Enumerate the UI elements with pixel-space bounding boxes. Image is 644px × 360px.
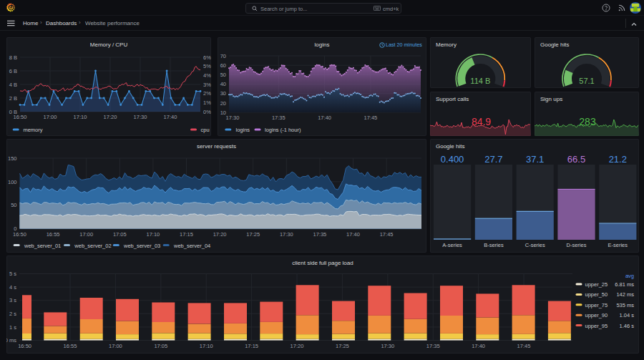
svg-text:17:10: 17:10 [74, 114, 87, 120]
svg-text:upper_25: upper_25 [585, 281, 608, 288]
svg-text:283: 283 [579, 116, 596, 127]
svg-text:17:35: 17:35 [426, 343, 440, 349]
svg-text:17:25: 17:25 [336, 343, 349, 349]
svg-text:0%: 0% [203, 109, 211, 115]
svg-text:17:00: 17:00 [109, 343, 122, 349]
svg-text:17:00: 17:00 [79, 231, 93, 238]
svg-text:66.5: 66.5 [567, 154, 585, 165]
svg-text:web_server_02: web_server_02 [74, 243, 111, 249]
svg-text:5%: 5% [203, 63, 211, 69]
svg-text:17:45: 17:45 [364, 115, 378, 121]
svg-text:60: 60 [220, 62, 226, 69]
svg-text:web_server_01: web_server_01 [24, 243, 61, 249]
svg-text:100: 100 [8, 179, 17, 185]
svg-text:17:20: 17:20 [213, 231, 227, 238]
svg-text:2 s: 2 s [9, 311, 16, 317]
svg-text:17:15: 17:15 [245, 343, 258, 349]
svg-text:6.81 ms: 6.81 ms [615, 281, 634, 288]
svg-text:17:20: 17:20 [104, 114, 117, 120]
svg-text:17:05: 17:05 [154, 343, 167, 349]
svg-text:17:30: 17:30 [226, 115, 240, 121]
svg-text:C-series: C-series [525, 242, 545, 248]
svg-text:17:40: 17:40 [346, 231, 360, 238]
svg-text:84.9: 84.9 [472, 116, 491, 127]
svg-text:37.1: 37.1 [526, 154, 544, 165]
svg-text:upper_50: upper_50 [585, 291, 608, 298]
svg-text:17:35: 17:35 [313, 231, 327, 238]
svg-text:web_server_04: web_server_04 [173, 243, 210, 249]
svg-text:6 B: 6 B [9, 68, 17, 74]
svg-text:E-series: E-series [608, 242, 628, 248]
svg-text:3%: 3% [203, 82, 211, 88]
svg-text:5 s: 5 s [9, 271, 16, 277]
svg-text:17:25: 17:25 [246, 231, 260, 238]
svg-text:4 B: 4 B [9, 82, 17, 88]
svg-text:17:00: 17:00 [44, 114, 57, 120]
svg-text:4 s: 4 s [9, 284, 16, 291]
svg-text:16:55: 16:55 [64, 343, 77, 349]
svg-text:50: 50 [220, 72, 226, 78]
svg-text:40: 40 [220, 81, 226, 87]
svg-text:0.400: 0.400 [441, 154, 464, 165]
svg-text:17:40: 17:40 [472, 343, 485, 349]
svg-text:150: 150 [8, 155, 17, 162]
svg-text:2%: 2% [203, 90, 211, 97]
svg-text:17:35: 17:35 [272, 115, 286, 121]
svg-text:avg: avg [625, 273, 634, 279]
svg-text:16:55: 16:55 [47, 231, 60, 238]
svg-text:17:30: 17:30 [280, 231, 293, 238]
svg-text:1%: 1% [203, 99, 211, 106]
svg-text:cpu: cpu [201, 127, 210, 133]
svg-text:memory: memory [23, 127, 42, 133]
svg-text:17:15: 17:15 [180, 231, 193, 238]
svg-text:142 ms: 142 ms [616, 291, 634, 298]
svg-text:114 B: 114 B [470, 77, 490, 85]
svg-text:upper_75: upper_75 [585, 302, 608, 308]
svg-text:16:50: 16:50 [18, 343, 31, 349]
svg-text:17:10: 17:10 [147, 231, 160, 238]
svg-text:30: 30 [220, 90, 226, 97]
svg-text:8 B: 8 B [9, 54, 17, 61]
svg-text:B-series: B-series [484, 242, 504, 248]
svg-text:50: 50 [11, 202, 16, 208]
svg-text:535 ms: 535 ms [616, 302, 634, 308]
svg-text:17:45: 17:45 [517, 343, 531, 349]
svg-text:17:05: 17:05 [113, 231, 127, 238]
svg-text:upper_95: upper_95 [585, 323, 608, 329]
svg-text:D-series: D-series [567, 242, 587, 248]
svg-text:6%: 6% [203, 54, 211, 61]
svg-text:logins: logins [236, 127, 250, 133]
svg-text:17:10: 17:10 [200, 343, 213, 349]
svg-text:upper_90: upper_90 [585, 312, 608, 318]
svg-text:17:20: 17:20 [291, 343, 304, 349]
svg-text:2 B: 2 B [9, 95, 17, 102]
svg-text:A-series: A-series [442, 242, 462, 248]
svg-text:1 s: 1 s [9, 324, 16, 331]
svg-text:4%: 4% [203, 72, 211, 79]
svg-text:1.04 s: 1.04 s [620, 312, 635, 318]
svg-text:logins (-1 hour): logins (-1 hour) [265, 127, 301, 133]
svg-text:17:30: 17:30 [134, 114, 147, 120]
svg-text:21.2: 21.2 [609, 154, 627, 165]
svg-text:0: 0 [14, 225, 16, 232]
svg-text:17:40: 17:40 [164, 114, 177, 120]
svg-text:0 B: 0 B [9, 109, 17, 115]
svg-text:0 ms: 0 ms [6, 337, 16, 344]
svg-text:27.7: 27.7 [484, 154, 502, 165]
svg-text:70: 70 [220, 53, 226, 59]
svg-text:20: 20 [220, 100, 226, 107]
svg-text:1.46 s: 1.46 s [620, 323, 635, 329]
svg-text:57.1: 57.1 [579, 77, 594, 85]
svg-text:3 s: 3 s [9, 297, 16, 303]
svg-text:10: 10 [220, 110, 226, 116]
svg-text:web_server_03: web_server_03 [123, 243, 160, 249]
svg-text:17:30: 17:30 [381, 343, 394, 349]
svg-text:17:45: 17:45 [380, 231, 394, 238]
svg-text:17:40: 17:40 [318, 115, 331, 121]
